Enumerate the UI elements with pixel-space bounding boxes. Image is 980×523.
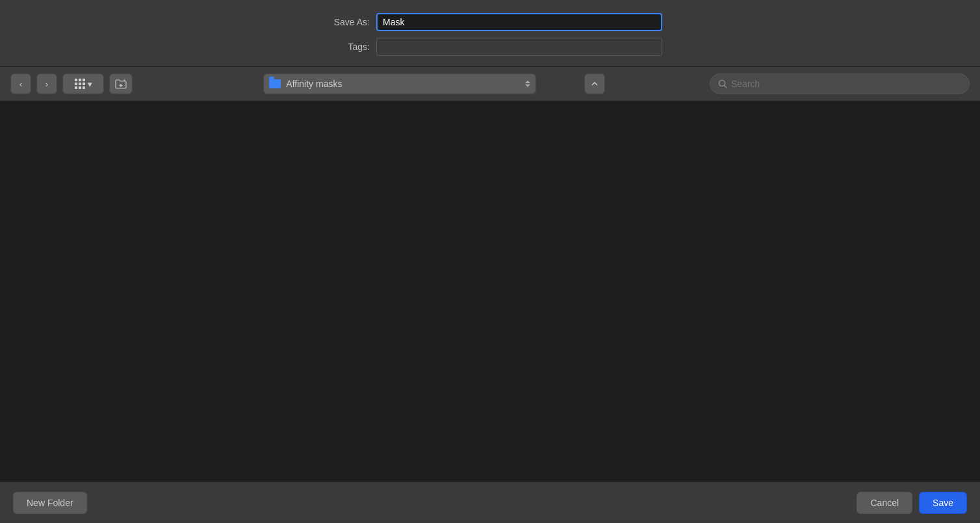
action-buttons: Cancel Save bbox=[857, 492, 967, 514]
search-input[interactable] bbox=[731, 79, 961, 89]
chevron-right-icon: › bbox=[45, 79, 48, 89]
folder-blue-icon bbox=[269, 79, 281, 88]
location-dropdown[interactable]: Affinity masks bbox=[263, 73, 536, 94]
new-folder-icon: + bbox=[115, 79, 127, 89]
save-as-input[interactable] bbox=[376, 13, 662, 31]
search-bar bbox=[710, 73, 970, 94]
chevron-left-icon: ‹ bbox=[19, 79, 22, 89]
new-folder-toolbar-button[interactable]: + bbox=[109, 73, 133, 94]
toolbar: ‹ › ▾ + bbox=[0, 67, 980, 101]
new-folder-button[interactable]: New Folder bbox=[13, 492, 87, 514]
tags-row: Tags: bbox=[26, 38, 954, 56]
save-as-label: Save As: bbox=[318, 17, 376, 27]
forward-button[interactable]: › bbox=[36, 73, 57, 94]
back-button[interactable]: ‹ bbox=[10, 73, 31, 94]
search-icon bbox=[718, 79, 727, 88]
save-as-row: Save As: bbox=[26, 13, 954, 31]
expand-button[interactable] bbox=[584, 73, 605, 94]
bottom-bar: New Folder Cancel Save bbox=[0, 481, 980, 523]
view-toggle-button[interactable]: ▾ bbox=[62, 73, 104, 94]
form-section: Save As: Tags: bbox=[0, 0, 980, 67]
expand-icon bbox=[590, 79, 599, 88]
save-dialog: Save As: Tags: ‹ › ▾ bbox=[0, 0, 980, 523]
view-chevron-icon: ▾ bbox=[88, 79, 92, 89]
cancel-button[interactable]: Cancel bbox=[857, 492, 912, 514]
tags-input[interactable] bbox=[376, 38, 662, 56]
grid-view-icon bbox=[75, 79, 85, 89]
file-browser-content bbox=[0, 101, 980, 481]
tags-label: Tags: bbox=[318, 42, 376, 52]
svg-line-4 bbox=[724, 86, 727, 88]
svg-text:+: + bbox=[123, 79, 126, 83]
location-name: Affinity masks bbox=[286, 79, 342, 89]
chevron-updown-icon bbox=[525, 81, 530, 87]
save-button[interactable]: Save bbox=[919, 492, 967, 514]
